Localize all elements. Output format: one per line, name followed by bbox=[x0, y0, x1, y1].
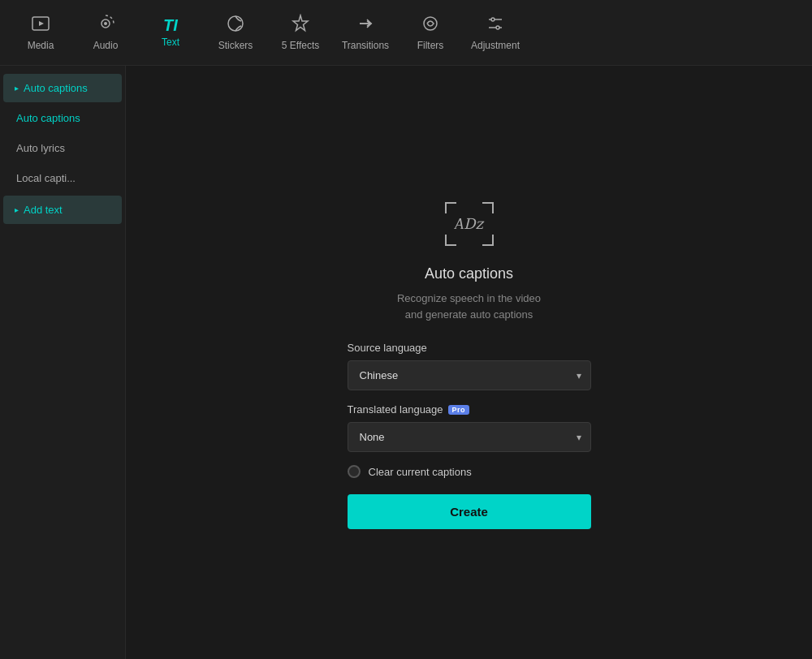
bracket-corner-br bbox=[482, 235, 494, 246]
sidebar-item-auto-lyrics[interactable]: Auto lyrics bbox=[3, 134, 122, 162]
sidebar-item-label-auto-captions: Auto captions bbox=[16, 112, 80, 124]
sidebar-group-label: Auto captions bbox=[24, 82, 88, 94]
ae-bracket: Aǲ bbox=[445, 202, 494, 246]
adjustment-icon bbox=[486, 14, 505, 37]
pro-badge: Pro bbox=[448, 405, 470, 415]
svg-point-3 bbox=[104, 22, 107, 25]
bracket-corner-tl bbox=[445, 202, 456, 213]
source-language-select[interactable]: Chinese English Spanish French Japanese … bbox=[348, 360, 591, 390]
clear-captions-label: Clear current captions bbox=[369, 466, 472, 478]
panel-title: Auto captions bbox=[425, 265, 513, 282]
sidebar-item-label-local-captions: Local capti... bbox=[16, 172, 76, 184]
nav-label-transitions: Transitions bbox=[342, 40, 389, 51]
sidebar-item-auto-captions[interactable]: Auto captions bbox=[3, 104, 122, 132]
filters-icon bbox=[421, 14, 440, 37]
auto-captions-panel: Aǲ Auto captions Recognize speech in the… bbox=[348, 196, 591, 529]
media-icon bbox=[31, 14, 50, 37]
nav-item-text[interactable]: TI Text bbox=[138, 0, 203, 66]
nav-label-audio: Audio bbox=[93, 40, 119, 51]
translated-language-label: Translated language Pro bbox=[348, 403, 591, 416]
nav-label-text: Text bbox=[162, 37, 179, 48]
nav-item-transitions[interactable]: Transitions bbox=[333, 0, 398, 66]
sidebar: ▸ Auto captions Auto captions Auto lyric… bbox=[0, 66, 126, 659]
effects-icon bbox=[291, 14, 310, 37]
nav-item-media[interactable]: Media bbox=[8, 0, 73, 66]
nav-label-filters: Filters bbox=[417, 40, 444, 51]
svg-point-5 bbox=[424, 17, 437, 30]
nav-label-stickers: Stickers bbox=[218, 40, 253, 51]
nav-item-effects[interactable]: 5 Effects bbox=[268, 0, 333, 66]
panel-description: Recognize speech in the videoand generat… bbox=[397, 291, 541, 322]
source-language-label: Source language bbox=[348, 342, 591, 354]
svg-marker-1 bbox=[39, 21, 44, 26]
top-navigation: Media Audio TI Text Stickers bbox=[0, 0, 812, 66]
nav-label-effects: 5 Effects bbox=[282, 40, 319, 51]
svg-point-8 bbox=[491, 18, 495, 21]
svg-point-4 bbox=[228, 16, 243, 31]
nav-label-adjustment: Adjustment bbox=[471, 40, 520, 51]
stickers-icon bbox=[226, 14, 245, 37]
sidebar-group-add-text[interactable]: ▸ Add text bbox=[3, 196, 122, 224]
nav-item-filters[interactable]: Filters bbox=[398, 0, 463, 66]
transitions-icon bbox=[356, 14, 375, 37]
audio-icon bbox=[96, 14, 115, 37]
bracket-corner-tr bbox=[482, 202, 494, 213]
source-language-select-wrapper: Chinese English Spanish French Japanese … bbox=[348, 360, 591, 390]
ae-text-icon: Aǲ bbox=[455, 215, 483, 233]
bracket-corner-bl bbox=[445, 235, 456, 246]
main-layout: ▸ Auto captions Auto captions Auto lyric… bbox=[0, 66, 812, 659]
clear-captions-checkbox[interactable] bbox=[348, 465, 361, 478]
sidebar-item-local-captions[interactable]: Local capti... bbox=[3, 164, 122, 192]
auto-captions-icon-wrapper: Aǲ bbox=[441, 196, 498, 252]
content-area: Aǲ Auto captions Recognize speech in the… bbox=[126, 66, 812, 659]
svg-point-9 bbox=[496, 26, 499, 29]
add-text-arrow-icon: ▸ bbox=[15, 205, 19, 214]
clear-captions-row: Clear current captions bbox=[348, 465, 591, 478]
create-button[interactable]: Create bbox=[348, 494, 591, 529]
source-language-group: Source language Chinese English Spanish … bbox=[348, 342, 591, 390]
translated-language-select-wrapper: None English Spanish French Japanese ▾ bbox=[348, 422, 591, 452]
nav-item-adjustment[interactable]: Adjustment bbox=[463, 0, 528, 66]
text-icon: TI bbox=[163, 17, 178, 33]
nav-item-stickers[interactable]: Stickers bbox=[203, 0, 268, 66]
nav-item-audio[interactable]: Audio bbox=[73, 0, 138, 66]
translated-language-select[interactable]: None English Spanish French Japanese bbox=[348, 422, 591, 452]
group-arrow-icon: ▸ bbox=[15, 84, 19, 93]
sidebar-item-label-auto-lyrics: Auto lyrics bbox=[16, 142, 65, 154]
translated-language-group: Translated language Pro None English Spa… bbox=[348, 403, 591, 452]
nav-label-media: Media bbox=[28, 40, 54, 51]
sidebar-group-add-text-label: Add text bbox=[24, 204, 63, 216]
sidebar-group-auto-captions[interactable]: ▸ Auto captions bbox=[3, 74, 122, 102]
